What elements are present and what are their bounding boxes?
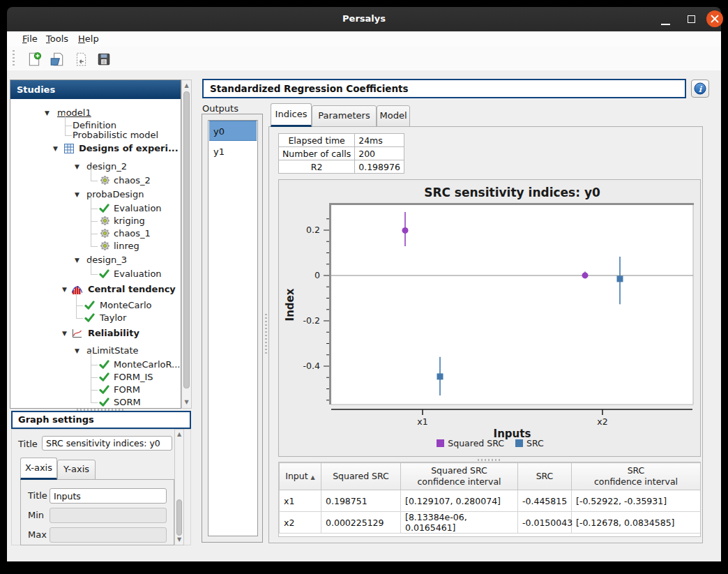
tree-item-kriging[interactable]: kriging [114, 215, 145, 227]
tree-item-alimitstate[interactable]: aLimitState [86, 345, 139, 357]
tree-item-reliability[interactable]: Reliability [88, 327, 139, 340]
tree-item-form[interactable]: FORM [114, 384, 140, 396]
tree-item-montecarlor-[interactable]: MonteCarloR... [114, 358, 180, 371]
tree-item-evaluation[interactable]: Evaluation [114, 202, 162, 215]
tab-x-axis[interactable]: X-axis [20, 458, 57, 480]
result-window-title: Standardized Regression Coefficients [202, 79, 686, 98]
tree-scrollbar[interactable]: ▲ ▼ [181, 80, 192, 409]
results-cell: [8.13384e-06, 0.0165461] [401, 512, 518, 534]
success-check-icon [99, 372, 109, 385]
minimize-button[interactable] [655, 7, 675, 31]
results-table: Input ▲Squared SRCSquared SRCconfidence … [279, 462, 701, 534]
tree-item-model1[interactable]: model1 [57, 107, 91, 119]
scroll-down-icon[interactable]: ▼ [175, 536, 183, 544]
graph-settings-scrollbar-thumb[interactable] [176, 499, 182, 536]
graph-settings-scrollbar[interactable]: ▲ ▼ [174, 429, 184, 545]
tree-item-designs-of-experi-[interactable]: Designs of experi... [79, 142, 179, 155]
tree-branch-line [91, 221, 98, 222]
tree-item-probadesign[interactable]: probaDesign [86, 188, 144, 201]
tree-item-evaluation[interactable]: Evaluation [114, 268, 162, 280]
expand-arrow-icon[interactable]: ▼ [75, 346, 79, 356]
legend-label: Squared SRC [448, 438, 504, 448]
expand-arrow-icon[interactable]: ▼ [53, 144, 58, 153]
expand-arrow-icon[interactable]: ▼ [75, 162, 79, 172]
tree-branch-line [65, 123, 66, 136]
results-column-header[interactable]: SRC [518, 463, 572, 490]
results-cell: [-0.52922, -0.35931] [572, 490, 701, 512]
tree-branch-line [91, 262, 91, 275]
scroll-up-icon[interactable]: ▲ [182, 82, 191, 90]
output-item-y0[interactable]: y0 [209, 121, 257, 141]
success-check-icon [99, 384, 109, 398]
tree-branch-line [91, 365, 98, 365]
tree-branch-line [91, 365, 91, 378]
expand-arrow-icon[interactable]: ▼ [62, 285, 67, 294]
summary-row: R20.198976 [279, 160, 404, 174]
expand-arrow-icon[interactable]: ▼ [45, 108, 50, 118]
expand-arrow-icon[interactable]: ▼ [62, 328, 67, 338]
tree-item-linreg[interactable]: linreg [114, 240, 139, 252]
tree-branch-line [65, 126, 72, 126]
expand-arrow-icon[interactable]: ▼ [75, 190, 79, 199]
tab-indices[interactable]: Indices [271, 103, 312, 127]
sort-ascending-icon: ▲ [311, 474, 315, 481]
tree-item-chaos-2[interactable]: chaos_2 [114, 174, 151, 187]
axis-title-input[interactable] [50, 488, 167, 504]
tree-branch-line [91, 402, 98, 403]
scroll-down-icon[interactable]: ▼ [182, 398, 191, 407]
tree-branch-line [91, 377, 98, 378]
legend-label: SRC [526, 438, 544, 448]
open-study-button[interactable] [50, 52, 65, 67]
results-row[interactable]: x10.198751[0.129107, 0.280074]-0.445815[… [280, 490, 701, 512]
maximize-button[interactable] [682, 7, 702, 31]
tab-y-axis[interactable]: Y-axis [57, 460, 96, 480]
close-button[interactable] [704, 7, 724, 31]
import-script-button[interactable] [73, 52, 89, 67]
tree-branch-line [91, 221, 91, 234]
tree-item-taylor[interactable]: Taylor [100, 312, 126, 324]
maximize-icon [688, 15, 695, 23]
summary-key: Number of calls [279, 147, 355, 160]
menu-item-help[interactable]: Help [75, 33, 102, 45]
summary-value: 200 [355, 147, 404, 160]
tree-item-form-is[interactable]: FORM_IS [114, 371, 153, 384]
menu-item-file[interactable]: File [20, 33, 40, 45]
vertical-splitter[interactable] [265, 314, 267, 356]
legend-swatch [437, 439, 444, 447]
new-study-button[interactable] [26, 52, 42, 67]
tree-item-design-3[interactable]: design_3 [86, 254, 127, 266]
results-column-header[interactable]: Squared SRC [321, 463, 401, 490]
title-bar[interactable]: Persalys [7, 7, 721, 31]
results-column-header[interactable]: SRCconfidence interval [572, 463, 701, 490]
tree-item-chaos-1[interactable]: chaos_1 [114, 227, 151, 240]
tab-model[interactable]: Model [377, 105, 410, 127]
output-item-y1[interactable]: y1 [209, 142, 257, 162]
tree-item-sorm[interactable]: SORM [114, 396, 141, 409]
results-column-header[interactable]: Squared SRCconfidence interval [401, 463, 518, 490]
info-button[interactable]: i [691, 80, 709, 98]
metamodel-gear-icon [100, 175, 110, 188]
tree-item-montecarlo[interactable]: MonteCarlo [100, 299, 151, 312]
results-column-header[interactable]: Input ▲ [280, 463, 321, 490]
scroll-up-icon[interactable]: ▲ [175, 430, 183, 439]
studies-panel-header: Studies [10, 80, 181, 99]
menu-item-tools[interactable]: Tools [43, 33, 71, 45]
tree-scrollbar-thumb[interactable] [183, 91, 190, 388]
table-splitter[interactable] [478, 459, 501, 461]
tree-item-design-2[interactable]: design_2 [86, 160, 127, 173]
tree-item-probabilistic-model[interactable]: Probabilistic model [73, 129, 158, 142]
expand-arrow-icon[interactable]: ▼ [75, 255, 79, 265]
sensitivity-chart: SRC sensitivity indices: y00.20-0.2-0.4x… [278, 179, 701, 457]
results-row[interactable]: x20.000225129[8.13384e-06, 0.0165461]-0.… [280, 512, 701, 534]
menu-bar: FileToolsHelp [7, 31, 721, 47]
results-table-container: Input ▲Squared SRCSquared SRCconfidence … [278, 462, 701, 537]
tab-parameters[interactable]: Parameters [312, 105, 377, 127]
tree-branch-line [91, 196, 91, 209]
metamodel-gear-icon [100, 241, 110, 254]
save-button[interactable] [96, 52, 112, 67]
tree-item-central-tendency[interactable]: Central tendency [88, 283, 176, 296]
central-tendency-icon [72, 284, 82, 297]
success-check-icon [99, 203, 109, 216]
graph-title-input[interactable] [42, 436, 172, 451]
toolbar-drag-handle[interactable] [13, 50, 15, 67]
